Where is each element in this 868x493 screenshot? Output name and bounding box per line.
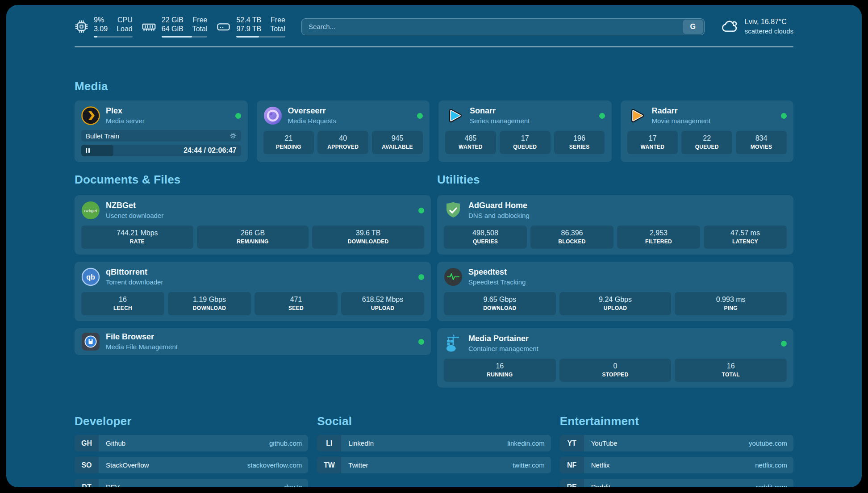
stat-block: 16RUNNING — [444, 359, 556, 382]
radarr-icon — [627, 106, 646, 125]
disk-widget: 52.4 TB Free 97.9 TB Total — [216, 16, 285, 38]
status-dot — [417, 113, 423, 119]
bookmark-stackoverflow[interactable]: SO StackOverflow stackoverflow.com — [75, 457, 308, 473]
service-card-portainer[interactable]: Media Portainer Container management 16R… — [437, 328, 793, 388]
bookmark-dev[interactable]: DT DEV dev.to — [75, 479, 308, 487]
stat-block: 16LEECH — [81, 292, 164, 315]
stat-block: 40APPROVED — [317, 131, 368, 154]
service-card-radarr[interactable]: Radarr Movie management 17WANTED 22QUEUE… — [621, 100, 794, 162]
gear-icon[interactable] — [230, 132, 237, 139]
stat-block: 485WANTED — [445, 131, 496, 154]
search-input[interactable] — [301, 18, 705, 35]
nzbget-icon: nzbget — [81, 201, 100, 220]
bookmark-abbr: GH — [75, 435, 99, 451]
service-card-filebrowser[interactable]: File Browser Media File Management — [75, 328, 431, 355]
bookmark-url: twitter.com — [513, 457, 551, 473]
now-playing-row: Bullet Train — [81, 130, 241, 142]
weather-widget[interactable]: Lviv, 16.87°C scattered clouds — [721, 17, 793, 36]
bookmark-youtube[interactable]: YT YouTube youtube.com — [560, 435, 793, 451]
stat-block: 498,508QUERIES — [444, 226, 527, 249]
bookmark-netflix[interactable]: NF Netflix netflix.com — [560, 457, 793, 473]
service-card-nzbget[interactable]: nzbget NZBGet Usenet downloader 744.21 M… — [75, 195, 431, 255]
service-desc: Container management — [468, 344, 538, 353]
status-dot — [418, 274, 424, 280]
status-dot — [781, 341, 787, 347]
service-desc: Media File Management — [106, 343, 178, 351]
dashboard: 9% CPU 3.09 Load 22 GiB Fre — [6, 5, 862, 487]
stat-block: 17QUEUED — [500, 131, 551, 154]
bookmark-abbr: DT — [75, 479, 99, 487]
pause-icon[interactable] — [86, 148, 90, 153]
search-bar: G — [301, 18, 705, 35]
bookmark-abbr: LI — [317, 435, 341, 451]
bookmark-name: YouTube — [584, 435, 749, 451]
bookmark-group-entertainment: Entertainment YT YouTube youtube.com NF … — [560, 414, 793, 487]
bookmark-linkedin[interactable]: LI LinkedIn linkedin.com — [317, 435, 551, 451]
status-dot — [418, 339, 424, 345]
stat-block: 618.52 MbpsUPLOAD — [341, 292, 424, 315]
bookmark-reddit[interactable]: RE Reddit reddit.com — [560, 479, 793, 487]
svg-text:qb: qb — [86, 273, 95, 281]
bookmark-url: github.com — [269, 435, 308, 451]
stat-block: 945AVAILABLE — [372, 131, 423, 154]
bookmark-abbr: RE — [560, 479, 584, 487]
section-title-social: Social — [317, 414, 551, 428]
media-card-grid: Plex Media server Bullet Train 24:44 / 0… — [75, 100, 793, 162]
portainer-icon — [444, 334, 463, 353]
overseerr-icon — [263, 106, 282, 125]
search-provider-button[interactable]: G — [683, 20, 703, 34]
stat-block: 0STOPPED — [559, 359, 672, 382]
status-dot — [781, 113, 787, 119]
utilities-column: Utilities AdGuard Home DNS and adblockin… — [437, 173, 793, 388]
memory-widget: 22 GiB Free 64 GiB Total — [142, 16, 208, 38]
section-title-developer: Developer — [75, 414, 308, 428]
service-desc: DNS and adblocking — [468, 211, 530, 220]
service-name: Speedtest — [468, 267, 526, 277]
service-card-overseerr[interactable]: Overseerr Media Requests 21PENDING 40APP… — [257, 100, 430, 162]
service-desc: Media server — [106, 117, 145, 125]
stat-block: 16TOTAL — [675, 359, 787, 382]
documents-column: Documents & Files nzbget NZBGet Usenet d… — [75, 173, 431, 388]
stat-block: 2,953FILTERED — [617, 226, 700, 249]
disk-progress-bar — [236, 36, 285, 38]
resource-widgets: 9% CPU 3.09 Load 22 GiB Fre — [75, 16, 285, 38]
bookmark-twitter[interactable]: TW Twitter twitter.com — [317, 457, 551, 473]
service-desc: Torrent downloader — [106, 278, 163, 287]
bookmark-group-developer: Developer GH Github github.com SO StackO… — [75, 414, 308, 487]
service-card-plex[interactable]: Plex Media server Bullet Train 24:44 / 0… — [75, 100, 248, 162]
disk-total-value: 97.9 TB — [236, 25, 261, 33]
service-desc: Speedtest Tracking — [468, 278, 526, 287]
bookmark-url: youtube.com — [749, 435, 793, 451]
memory-icon — [142, 19, 156, 34]
adguard-icon — [444, 201, 463, 220]
section-title-documents: Documents & Files — [75, 173, 431, 187]
bookmark-abbr: YT — [560, 435, 584, 451]
bookmark-url: reddit.com — [756, 479, 793, 487]
service-card-qbittorrent[interactable]: qb qBittorrent Torrent downloader 16LEEC… — [75, 262, 431, 321]
service-card-speedtest[interactable]: Speedtest Speedtest Tracking 9.65 GbpsDO… — [437, 262, 793, 321]
service-name: qBittorrent — [106, 267, 163, 277]
bookmark-name: Github — [99, 435, 269, 451]
section-title-entertainment: Entertainment — [560, 414, 793, 428]
speedtest-icon — [444, 267, 463, 286]
service-card-adguard[interactable]: AdGuard Home DNS and adblocking 498,508Q… — [437, 195, 793, 255]
stat-block: 39.6 TBDOWNLOADED — [312, 226, 424, 249]
cpu-widget: 9% CPU 3.09 Load — [75, 16, 133, 38]
stat-block: 9.24 GbpsUPLOAD — [559, 292, 672, 315]
disk-total-label: Total — [270, 25, 285, 33]
playback-progress-bar[interactable]: 24:44 / 02:06:47 — [81, 145, 241, 156]
bookmark-url: linkedin.com — [507, 435, 551, 451]
service-card-sonarr[interactable]: Sonarr Series management 485WANTED 17QUE… — [438, 100, 612, 162]
cpu-icon — [75, 20, 88, 33]
stat-block: 22QUEUED — [681, 131, 732, 154]
bookmark-github[interactable]: GH Github github.com — [75, 435, 308, 451]
cpu-usage-value: 9% — [94, 16, 108, 25]
stat-block: 86,396BLOCKED — [530, 226, 613, 249]
service-name: Plex — [106, 106, 145, 116]
bookmark-abbr: SO — [75, 457, 99, 473]
disk-icon — [216, 19, 231, 34]
stat-block: 21PENDING — [263, 131, 314, 154]
status-dot — [235, 113, 241, 119]
sonarr-icon — [445, 106, 464, 125]
service-name: Sonarr — [470, 106, 530, 116]
